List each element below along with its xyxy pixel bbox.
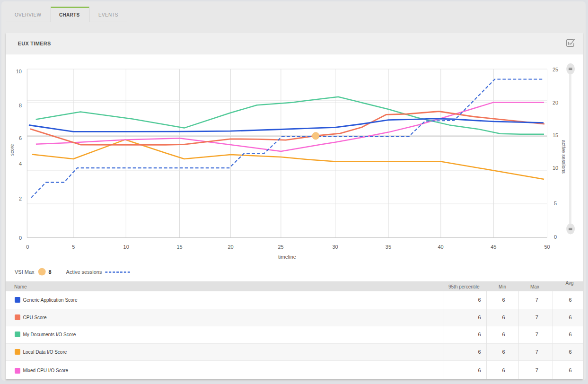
svg-text:30: 30 (332, 244, 338, 250)
svg-text:0: 0 (19, 235, 22, 241)
svg-text:25: 25 (278, 244, 283, 250)
svg-text:Active sessions: Active sessions (66, 269, 102, 275)
svg-text:8: 8 (49, 269, 52, 275)
svg-text:0: 0 (554, 234, 557, 240)
svg-text:50: 50 (544, 244, 550, 250)
svg-text:VSI Max: VSI Max (15, 269, 35, 275)
svg-text:active sessions: active sessions (561, 140, 567, 174)
svg-text:15: 15 (176, 244, 182, 250)
svg-text:25: 25 (553, 67, 558, 72)
svg-text:35: 35 (386, 244, 391, 250)
svg-text:10: 10 (123, 244, 129, 250)
svg-text:45: 45 (491, 244, 496, 250)
svg-text:6: 6 (19, 135, 22, 141)
svg-text:0: 0 (26, 244, 29, 250)
svg-text:5: 5 (554, 201, 557, 206)
svg-text:4: 4 (19, 161, 22, 166)
svg-text:40: 40 (438, 244, 443, 250)
svg-text:timeline: timeline (278, 254, 296, 260)
svg-text:2: 2 (19, 196, 22, 201)
svg-text:5: 5 (72, 244, 75, 250)
svg-text:15: 15 (553, 132, 558, 138)
svg-text:20: 20 (228, 244, 233, 250)
svg-text:score: score (9, 144, 15, 156)
svg-text:10: 10 (16, 69, 22, 74)
svg-text:8: 8 (19, 103, 22, 108)
svg-text:20: 20 (553, 100, 558, 105)
svg-text:10: 10 (553, 165, 558, 171)
